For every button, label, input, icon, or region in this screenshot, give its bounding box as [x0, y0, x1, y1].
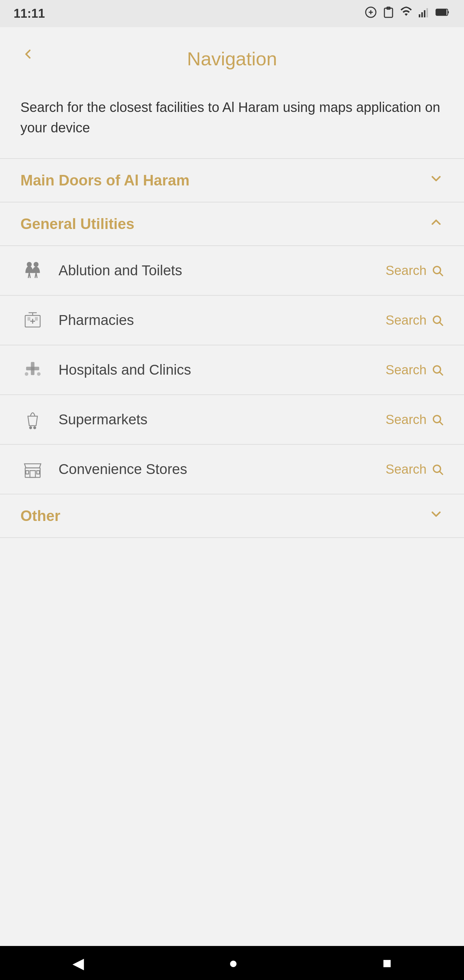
signal-icon	[418, 6, 430, 21]
section-title-general-utilities: General Utilities	[21, 215, 134, 232]
list-item-convenience-stores[interactable]: Convenience Stores Search	[0, 445, 464, 494]
privacy-icon	[365, 6, 377, 21]
svg-line-14	[29, 272, 30, 278]
section-title-other: Other	[21, 508, 60, 524]
header: Navigation	[0, 27, 464, 83]
item-left-convenience: Convenience Stores	[21, 457, 187, 482]
svg-rect-41	[37, 471, 40, 474]
section-header-other[interactable]: Other	[0, 495, 464, 537]
chevron-up-icon-general-utilities	[429, 215, 443, 233]
item-label-pharmacies: Pharmacies	[59, 312, 134, 328]
bottom-nav-bar: ◀ ● ■	[0, 946, 464, 980]
description-text: Search for the closest facilities to Al …	[0, 83, 464, 158]
section-header-main-doors[interactable]: Main Doors of Al Haram	[0, 159, 464, 202]
nav-recents-button[interactable]: ■	[362, 951, 412, 975]
item-left-ablution: Ablution and Toilets	[21, 258, 182, 283]
svg-point-30	[25, 372, 28, 375]
store-icon	[21, 457, 45, 482]
search-link-convenience[interactable]: Search	[386, 462, 443, 477]
svg-rect-6	[421, 12, 423, 18]
svg-rect-39	[30, 471, 35, 477]
divider-other	[0, 537, 464, 538]
svg-rect-5	[419, 14, 421, 18]
svg-rect-29	[31, 363, 34, 375]
list-item-supermarkets[interactable]: Supermarkets Search	[0, 395, 464, 444]
svg-rect-10	[437, 10, 446, 15]
battery-icon	[435, 6, 450, 21]
item-label-hospitals: Hospitals and Clinics	[59, 362, 191, 378]
svg-point-31	[37, 372, 40, 375]
svg-line-37	[440, 422, 443, 425]
svg-point-35	[34, 427, 36, 429]
svg-line-33	[440, 372, 443, 375]
search-link-supermarkets[interactable]: Search	[386, 412, 443, 427]
svg-rect-40	[26, 471, 29, 474]
list-item-ablution-toilets[interactable]: Ablution and Toilets Search	[0, 246, 464, 295]
status-bar: 11:11	[0, 0, 464, 27]
item-label-supermarkets: Supermarkets	[59, 411, 147, 428]
section-header-general-utilities[interactable]: General Utilities	[0, 202, 464, 245]
svg-line-27	[440, 323, 443, 325]
section-title-main-doors: Main Doors of Al Haram	[21, 172, 189, 189]
svg-line-17	[36, 272, 37, 278]
svg-point-34	[30, 427, 32, 429]
item-left-hospitals: Hospitals and Clinics	[21, 358, 191, 382]
pharmacy-icon	[21, 308, 45, 332]
item-left-pharmacies: Pharmacies	[21, 308, 134, 332]
svg-rect-7	[424, 10, 426, 18]
svg-line-43	[440, 472, 443, 474]
svg-point-12	[27, 262, 31, 266]
chevron-down-icon-other	[429, 507, 443, 525]
status-icons	[365, 6, 450, 21]
item-left-supermarkets: Supermarkets	[21, 407, 147, 432]
medical-icon	[21, 358, 45, 382]
status-time: 11:11	[14, 6, 45, 21]
list-item-hospitals[interactable]: Hospitals and Clinics Search	[0, 345, 464, 395]
svg-rect-38	[25, 468, 40, 477]
clipboard-icon	[382, 6, 395, 21]
svg-point-15	[34, 262, 38, 266]
search-link-pharmacies[interactable]: Search	[386, 313, 443, 328]
search-link-ablution[interactable]: Search	[386, 263, 443, 278]
supermarket-icon	[21, 407, 45, 432]
item-label-ablution: Ablution and Toilets	[59, 262, 182, 279]
back-button[interactable]	[21, 45, 35, 66]
svg-rect-8	[427, 8, 428, 18]
svg-rect-24	[28, 318, 30, 320]
chevron-down-icon-main-doors	[429, 171, 443, 189]
svg-rect-25	[35, 318, 37, 320]
list-item-pharmacies[interactable]: Pharmacies Search	[0, 296, 464, 345]
wifi-icon	[400, 6, 412, 21]
nav-back-button[interactable]: ◀	[52, 951, 105, 975]
nav-home-button[interactable]: ●	[208, 951, 258, 975]
page-title: Navigation	[21, 48, 443, 70]
svg-line-19	[440, 273, 443, 275]
search-link-hospitals[interactable]: Search	[386, 363, 443, 377]
restroom-icon	[21, 258, 45, 283]
item-label-convenience: Convenience Stores	[59, 461, 187, 477]
